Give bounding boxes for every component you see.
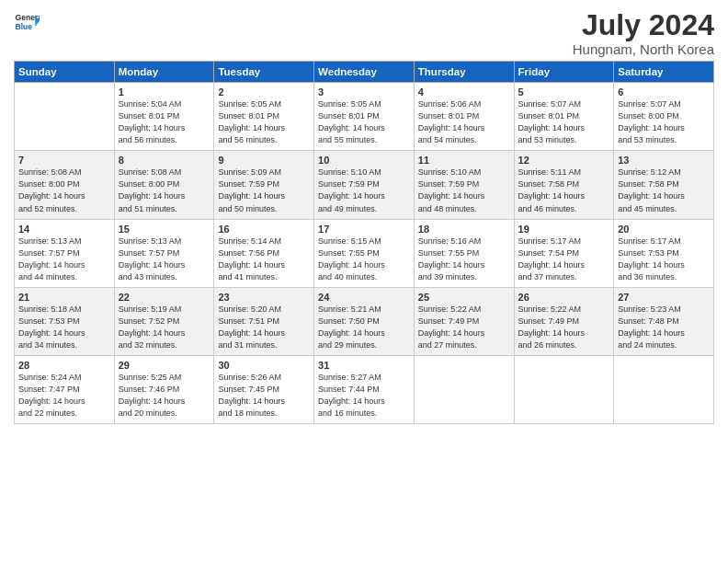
day-number: 12 (518, 155, 610, 166)
header-day-wednesday: Wednesday (314, 62, 415, 83)
week-row-5: 28Sunrise: 5:24 AM Sunset: 7:47 PM Dayli… (15, 355, 714, 423)
calendar-cell: 28Sunrise: 5:24 AM Sunset: 7:47 PM Dayli… (15, 355, 115, 423)
calendar-cell: 19Sunrise: 5:17 AM Sunset: 7:54 PM Dayli… (514, 219, 614, 287)
calendar-cell: 2Sunrise: 5:05 AM Sunset: 8:01 PM Daylig… (214, 83, 314, 151)
svg-text:Blue: Blue (16, 22, 33, 31)
header: General Blue July 2024 Hungnam, North Ko… (14, 9, 714, 57)
cell-info: Sunrise: 5:07 AM Sunset: 8:00 PM Dayligh… (618, 98, 710, 146)
calendar-cell: 22Sunrise: 5:19 AM Sunset: 7:52 PM Dayli… (114, 287, 214, 355)
calendar-cell: 14Sunrise: 5:13 AM Sunset: 7:57 PM Dayli… (15, 219, 115, 287)
calendar-cell: 31Sunrise: 5:27 AM Sunset: 7:44 PM Dayli… (314, 355, 415, 423)
day-number: 19 (518, 224, 610, 235)
cell-info: Sunrise: 5:19 AM Sunset: 7:52 PM Dayligh… (119, 304, 210, 351)
cell-info: Sunrise: 5:25 AM Sunset: 7:46 PM Dayligh… (119, 372, 210, 419)
cell-info: Sunrise: 5:16 AM Sunset: 7:55 PM Dayligh… (418, 236, 510, 283)
cell-info: Sunrise: 5:06 AM Sunset: 8:01 PM Dayligh… (418, 98, 510, 146)
cell-info: Sunrise: 5:24 AM Sunset: 7:47 PM Dayligh… (18, 372, 110, 419)
calendar-cell: 13Sunrise: 5:12 AM Sunset: 7:58 PM Dayli… (614, 151, 714, 219)
day-number: 8 (119, 155, 210, 166)
day-number: 24 (318, 292, 410, 303)
cell-info: Sunrise: 5:18 AM Sunset: 7:53 PM Dayligh… (18, 304, 110, 351)
cell-info: Sunrise: 5:05 AM Sunset: 8:01 PM Dayligh… (218, 98, 310, 146)
day-number: 21 (18, 292, 110, 303)
day-number: 9 (218, 155, 310, 166)
day-number: 28 (18, 360, 110, 371)
day-number: 31 (318, 360, 410, 371)
day-number: 17 (318, 224, 410, 235)
calendar-cell: 5Sunrise: 5:07 AM Sunset: 8:01 PM Daylig… (514, 83, 614, 151)
calendar-cell (514, 355, 614, 423)
title-block: July 2024 Hungnam, North Korea (573, 9, 714, 57)
week-row-1: 1Sunrise: 5:04 AM Sunset: 8:01 PM Daylig… (15, 83, 714, 151)
day-number: 15 (119, 224, 210, 235)
calendar-cell: 23Sunrise: 5:20 AM Sunset: 7:51 PM Dayli… (214, 287, 314, 355)
main-title: July 2024 (573, 9, 714, 41)
calendar-cell: 26Sunrise: 5:22 AM Sunset: 7:49 PM Dayli… (514, 287, 614, 355)
calendar-cell: 20Sunrise: 5:17 AM Sunset: 7:53 PM Dayli… (614, 219, 714, 287)
calendar-cell: 18Sunrise: 5:16 AM Sunset: 7:55 PM Dayli… (414, 219, 514, 287)
cell-info: Sunrise: 5:17 AM Sunset: 7:53 PM Dayligh… (618, 236, 710, 283)
day-number: 6 (618, 86, 710, 98)
day-number: 25 (418, 292, 510, 303)
day-number: 18 (418, 224, 510, 235)
cell-info: Sunrise: 5:15 AM Sunset: 7:55 PM Dayligh… (318, 236, 410, 283)
day-number: 29 (119, 360, 210, 371)
cell-info: Sunrise: 5:10 AM Sunset: 7:59 PM Dayligh… (418, 167, 510, 214)
calendar-cell: 4Sunrise: 5:06 AM Sunset: 8:01 PM Daylig… (414, 83, 514, 151)
calendar-cell: 7Sunrise: 5:08 AM Sunset: 8:00 PM Daylig… (15, 151, 115, 219)
day-number: 1 (119, 86, 210, 98)
cell-info: Sunrise: 5:21 AM Sunset: 7:50 PM Dayligh… (318, 304, 410, 351)
day-number: 20 (618, 224, 710, 235)
day-number: 30 (218, 360, 310, 371)
calendar-cell: 10Sunrise: 5:10 AM Sunset: 7:59 PM Dayli… (314, 151, 415, 219)
calendar-table: SundayMondayTuesdayWednesdayThursdayFrid… (14, 61, 714, 424)
calendar-cell: 27Sunrise: 5:23 AM Sunset: 7:48 PM Dayli… (614, 287, 714, 355)
cell-info: Sunrise: 5:26 AM Sunset: 7:45 PM Dayligh… (218, 372, 310, 419)
day-number: 22 (119, 292, 210, 303)
week-row-4: 21Sunrise: 5:18 AM Sunset: 7:53 PM Dayli… (15, 287, 714, 355)
calendar-cell: 21Sunrise: 5:18 AM Sunset: 7:53 PM Dayli… (15, 287, 115, 355)
day-number: 23 (218, 292, 310, 303)
calendar-cell: 9Sunrise: 5:09 AM Sunset: 7:59 PM Daylig… (214, 151, 314, 219)
header-day-sunday: Sunday (15, 62, 115, 83)
day-number: 11 (418, 155, 510, 166)
cell-info: Sunrise: 5:12 AM Sunset: 7:58 PM Dayligh… (618, 167, 710, 214)
cell-info: Sunrise: 5:23 AM Sunset: 7:48 PM Dayligh… (618, 304, 710, 351)
cell-info: Sunrise: 5:09 AM Sunset: 7:59 PM Dayligh… (218, 167, 310, 214)
calendar-cell: 6Sunrise: 5:07 AM Sunset: 8:00 PM Daylig… (614, 83, 714, 151)
calendar-cell: 25Sunrise: 5:22 AM Sunset: 7:49 PM Dayli… (414, 287, 514, 355)
sub-title: Hungnam, North Korea (573, 41, 714, 57)
calendar-cell: 3Sunrise: 5:05 AM Sunset: 8:01 PM Daylig… (314, 83, 415, 151)
day-number: 27 (618, 292, 710, 303)
day-number: 10 (318, 155, 410, 166)
cell-info: Sunrise: 5:08 AM Sunset: 8:00 PM Dayligh… (18, 167, 110, 214)
day-number: 13 (618, 155, 710, 166)
header-day-saturday: Saturday (614, 62, 714, 83)
calendar-cell (614, 355, 714, 423)
week-row-2: 7Sunrise: 5:08 AM Sunset: 8:00 PM Daylig… (15, 151, 714, 219)
header-row: SundayMondayTuesdayWednesdayThursdayFrid… (15, 62, 714, 83)
header-day-tuesday: Tuesday (214, 62, 314, 83)
logo-icon: General Blue (14, 9, 40, 35)
day-number: 16 (218, 224, 310, 235)
cell-info: Sunrise: 5:10 AM Sunset: 7:59 PM Dayligh… (318, 167, 410, 214)
week-row-3: 14Sunrise: 5:13 AM Sunset: 7:57 PM Dayli… (15, 219, 714, 287)
cell-info: Sunrise: 5:11 AM Sunset: 7:58 PM Dayligh… (518, 167, 610, 214)
calendar-cell (15, 83, 115, 151)
calendar-cell: 16Sunrise: 5:14 AM Sunset: 7:56 PM Dayli… (214, 219, 314, 287)
day-number: 3 (318, 86, 410, 98)
cell-info: Sunrise: 5:20 AM Sunset: 7:51 PM Dayligh… (218, 304, 310, 351)
cell-info: Sunrise: 5:08 AM Sunset: 8:00 PM Dayligh… (119, 167, 210, 214)
calendar-cell: 8Sunrise: 5:08 AM Sunset: 8:00 PM Daylig… (114, 151, 214, 219)
cell-info: Sunrise: 5:13 AM Sunset: 7:57 PM Dayligh… (18, 236, 110, 283)
calendar-cell: 11Sunrise: 5:10 AM Sunset: 7:59 PM Dayli… (414, 151, 514, 219)
calendar-cell: 15Sunrise: 5:13 AM Sunset: 7:57 PM Dayli… (114, 219, 214, 287)
cell-info: Sunrise: 5:22 AM Sunset: 7:49 PM Dayligh… (518, 304, 610, 351)
cell-info: Sunrise: 5:27 AM Sunset: 7:44 PM Dayligh… (318, 372, 410, 419)
calendar-cell (414, 355, 514, 423)
header-day-friday: Friday (514, 62, 614, 83)
cell-info: Sunrise: 5:17 AM Sunset: 7:54 PM Dayligh… (518, 236, 610, 283)
calendar-cell: 17Sunrise: 5:15 AM Sunset: 7:55 PM Dayli… (314, 219, 415, 287)
cell-info: Sunrise: 5:14 AM Sunset: 7:56 PM Dayligh… (218, 236, 310, 283)
calendar-cell: 30Sunrise: 5:26 AM Sunset: 7:45 PM Dayli… (214, 355, 314, 423)
